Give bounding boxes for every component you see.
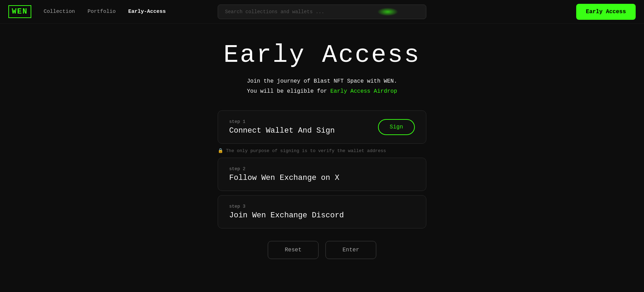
sign-button[interactable]: Sign (378, 119, 415, 135)
nav-early-access[interactable]: Early-Access (128, 9, 166, 15)
page-title: Early Access (224, 41, 420, 69)
logo[interactable]: WEN (8, 5, 31, 18)
steps-container: step 1 Connect Wallet And Sign Sign 🔒 Th… (218, 110, 426, 230)
step-2-title: Follow Wen Exchange on X (229, 174, 339, 182)
subtitle-line2-prefix: You will be eligible for (247, 88, 330, 94)
subtitle: Join the journey of Blast NFT Space with… (247, 76, 397, 97)
step-1-title: Connect Wallet And Sign (229, 126, 335, 135)
subtitle-line2: You will be eligible for Early Access Ai… (247, 86, 397, 97)
search-bar (218, 5, 426, 19)
action-buttons: Reset Enter (268, 241, 376, 259)
step-1-label: step 1 (229, 119, 335, 124)
step-card-1: step 1 Connect Wallet And Sign Sign (218, 110, 426, 144)
step-1-info: step 1 Connect Wallet And Sign (229, 119, 335, 135)
reset-button[interactable]: Reset (268, 241, 319, 259)
navbar: WEN Collection Portfolio Early-Access Ea… (0, 0, 644, 24)
enter-button[interactable]: Enter (325, 241, 376, 259)
step-3-title: Join Wen Exchange Discord (229, 211, 344, 220)
step-3-label: step 3 (229, 204, 344, 209)
main-content: Early Access Join the journey of Blast N… (0, 24, 644, 259)
early-access-button[interactable]: Early Access (576, 4, 636, 20)
step-3-info: step 3 Join Wen Exchange Discord (229, 204, 344, 220)
search-container (218, 5, 426, 19)
nav-portfolio[interactable]: Portfolio (88, 9, 116, 15)
step-2-label: step 2 (229, 166, 339, 172)
subtitle-highlight: Early Access Airdrop (330, 88, 397, 94)
step-1-note: 🔒 The only purpose of signing is to veri… (218, 145, 426, 158)
step-card-2: step 2 Follow Wen Exchange on X (218, 158, 426, 191)
subtitle-line1: Join the journey of Blast NFT Space with… (247, 76, 397, 86)
step-card-3: step 3 Join Wen Exchange Discord (218, 195, 426, 228)
search-glow-effect (377, 8, 398, 16)
nav-collection[interactable]: Collection (44, 9, 75, 15)
step-2-info: step 2 Follow Wen Exchange on X (229, 166, 339, 182)
navbar-left: WEN Collection Portfolio Early-Access (8, 5, 166, 18)
